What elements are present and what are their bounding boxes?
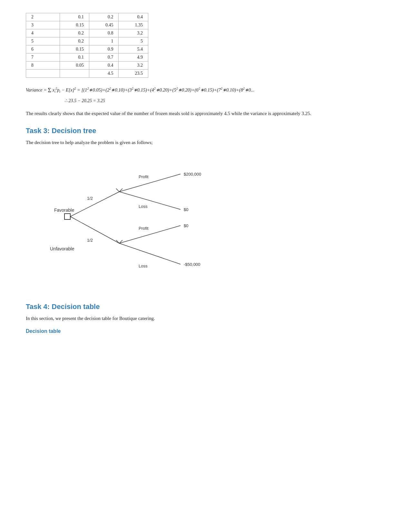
table-cell: 0.8 xyxy=(89,29,119,37)
table-cell: 0.2 xyxy=(60,29,89,37)
table-cell: 0.05 xyxy=(60,62,89,70)
loss-lower-label: Loss xyxy=(139,264,148,268)
decision-tree-svg: Favorable Unfavorable 1/2 1/2 Profit Los… xyxy=(45,156,264,292)
prob-lower: 1/2 xyxy=(87,238,93,243)
table-cell: 0.15 xyxy=(60,45,89,53)
table-cell: 5 xyxy=(119,37,148,45)
table-row: 60.150.95.4 xyxy=(26,45,148,53)
decision-node xyxy=(64,214,70,219)
table-cell: 0.4 xyxy=(89,62,119,70)
table-cell: 3 xyxy=(26,21,60,29)
data-table: 20.10.20.430.150.451.3540.20.83.250.2156… xyxy=(26,13,148,78)
table-row: 80.050.43.2 xyxy=(26,62,148,70)
loss-line-upper xyxy=(119,192,181,209)
task3-intro: The decision tree to help analyze the pr… xyxy=(26,138,385,147)
table-cell: 0.1 xyxy=(60,13,89,21)
loss-upper-label: Loss xyxy=(139,204,148,209)
favorable-label: Favorable xyxy=(54,208,74,213)
table-row: 70.10.74.9 xyxy=(26,53,148,62)
unfavorable-line xyxy=(70,217,119,243)
table-cell: 3.2 xyxy=(119,29,148,37)
loss-line-lower xyxy=(119,243,181,264)
decision-tree-container: Favorable Unfavorable 1/2 1/2 Profit Los… xyxy=(45,156,271,293)
value-neg50k: -$50,000 xyxy=(184,262,200,267)
table-total-cell: 4.5 xyxy=(89,70,119,78)
table-cell: 5 xyxy=(26,37,60,45)
table-total-cell xyxy=(60,70,89,78)
table-cell: 8 xyxy=(26,62,60,70)
table-total-cell: 23.5 xyxy=(119,70,148,78)
results-paragraph: The results clearly shows that the expec… xyxy=(26,109,385,118)
table-cell: 2 xyxy=(26,13,60,21)
table-cell: 0.7 xyxy=(89,53,119,62)
table-cell: 0.4 xyxy=(119,13,148,21)
table-row: 50.215 xyxy=(26,37,148,45)
table-cell: 0.2 xyxy=(89,13,119,21)
table-cell: 0.1 xyxy=(60,53,89,62)
favorable-line xyxy=(70,192,119,217)
table-cell: 7 xyxy=(26,53,60,62)
table-cell: 6 xyxy=(26,45,60,53)
value-0-upper: $0 xyxy=(184,207,188,212)
table-cell: 0.2 xyxy=(60,37,89,45)
table-total-row: 4.523.5 xyxy=(26,70,148,78)
formula-text: Variance = Σ xi2pi − E[x]2 = [(12∗0.05)+… xyxy=(26,87,254,92)
table-row: 40.20.83.2 xyxy=(26,29,148,37)
table-cell: 1.35 xyxy=(119,21,148,29)
calc-line: ∴ 23.5 − 20.25 = 3.25 xyxy=(64,98,385,103)
table-cell: 4 xyxy=(26,29,60,37)
formula-block: Variance = Σ xi2pi − E[x]2 = [(12∗0.05)+… xyxy=(26,85,385,95)
profit-lower-label: Profit xyxy=(139,226,149,231)
table-cell: 5.4 xyxy=(119,45,148,53)
table-row: 20.10.20.4 xyxy=(26,13,148,21)
task4-heading: Task 4: Decision table xyxy=(26,303,385,311)
table-cell: 0.9 xyxy=(89,45,119,53)
task3-heading: Task 3: Decision tree xyxy=(26,127,385,135)
decision-table-subheading: Decision table xyxy=(26,328,385,334)
task4-intro: In this section, we present the decision… xyxy=(26,314,385,323)
prob-upper: 1/2 xyxy=(87,196,93,201)
profit-upper-label: Profit xyxy=(139,174,149,179)
table-cell: 0.15 xyxy=(60,21,89,29)
value-200k: $200,000 xyxy=(184,172,201,177)
unfavorable-label: Unfavorable xyxy=(50,246,74,251)
table-cell: 3.2 xyxy=(119,62,148,70)
profit-line-lower xyxy=(119,226,181,243)
table-cell: 4.9 xyxy=(119,53,148,62)
value-0-lower: $0 xyxy=(184,223,188,228)
table-cell: 0.45 xyxy=(89,21,119,29)
table-cell: 1 xyxy=(89,37,119,45)
table-row: 30.150.451.35 xyxy=(26,21,148,29)
profit-line-upper xyxy=(119,174,181,192)
table-total-cell xyxy=(26,70,60,78)
